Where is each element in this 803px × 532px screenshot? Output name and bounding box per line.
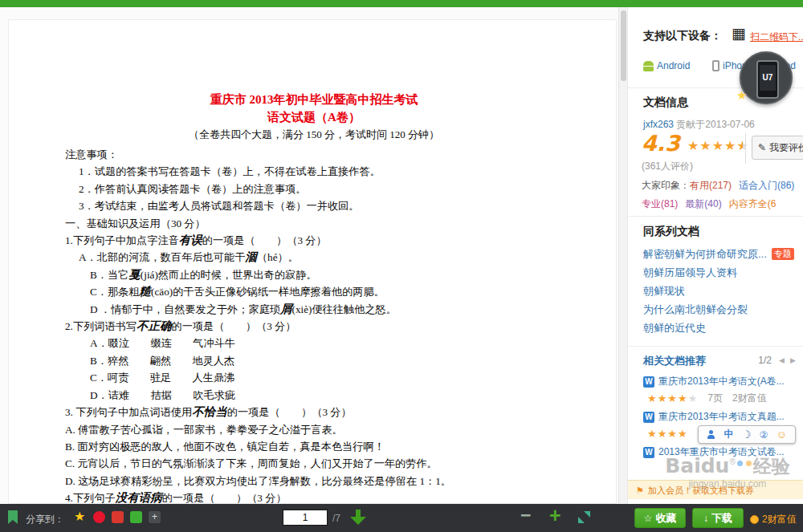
weibo-share-icon[interactable] [93,511,105,523]
top-green-bar [0,0,803,7]
qzone-share-icon[interactable]: ★ [74,510,86,522]
sidebar: 支持以下设备： ▦ 扫二维码下... Android iPhone iPad U… [627,7,803,504]
android-label: Android [657,60,690,71]
series-doc-link[interactable]: 解密朝鲜为何拼命研究原...专题 [643,245,801,263]
impression-tag[interactable]: 有用(217) [690,180,732,191]
series-doc-link[interactable]: 朝鲜现状 [643,282,801,300]
member-promo-bar[interactable]: ⚑加入会员！获取文档下载券 [628,480,803,499]
favorite-star-icon: ☆ [644,513,653,524]
doc-line: B．猝然 翩然 地灵人杰 [65,352,563,369]
favorite-button[interactable]: ☆ 收藏 [634,508,686,528]
ime-language-toggle[interactable]: 中 [724,428,733,441]
impression-label: 大家印象： [642,180,690,191]
series-doc-link[interactable]: 朝鲜历届领导人资料 [643,263,801,282]
doc-rating-stars: ★★★★ [647,428,688,440]
qq-share-icon[interactable] [112,511,124,523]
ime-number-icon[interactable]: ② [760,429,768,441]
exam-subtitle: （全卷共四个大题，满分 150 分，考试时间 120 分钟） [65,126,563,144]
contributed-date: 贡献于2013-07-06 [674,119,755,130]
doc-line: 3．考试结束，由监考人员将试题和答题卡（卷）一并收回。 [65,197,563,214]
exam-title-line2: 语文试题（A卷） [65,108,563,126]
coin-icon [750,515,759,524]
android-link[interactable]: Android [643,60,690,71]
contributor-link[interactable]: jxfx263 [643,119,674,130]
impression-tag[interactable]: 专业(81) [642,198,678,209]
divider [628,216,803,217]
scan-qr-link[interactable]: 扫二维码下... [750,30,803,44]
doc-line: 1．试题的答案书写在答题卡（卷）上，不得在试卷上直接作答。 [65,163,563,180]
star-icon: ★★★★ [687,139,736,152]
word-doc-icon: W [643,412,654,423]
phone-model-label: U7 [760,65,776,91]
page-number-input[interactable] [283,510,328,526]
related-docs-title: 相关文档推荐 [643,355,706,367]
impression-tag[interactable]: 最新(40) [685,198,721,209]
related-doc-list: W重庆市2013年中考语文(A卷...★★★★★7页2财富值W重庆市2013年中… [643,373,802,463]
download-button[interactable]: ↓ 下载 [692,508,744,528]
word-doc-icon: W [643,447,654,458]
wechat-share-icon[interactable] [130,511,142,523]
download-arrow-icon: ↓ [703,513,708,524]
viewer-scrollbar[interactable] [618,7,627,504]
android-icon [643,61,654,71]
doc-line: C．那条粗糙(cāo)的干舌头正像砂锅纸一样地摩擦着他的两腮。 [65,283,563,300]
zoom-in-button[interactable]: + [549,504,561,527]
pager-next-icon[interactable]: ▶ [790,356,796,364]
bookmark-icon[interactable] [8,510,18,524]
contributor-line: jxfx263 贡献于2013-07-06 [643,118,755,132]
doc-pages: 7页 [707,392,723,405]
ime-emoji-icon[interactable]: ☺ [777,428,787,441]
related-doc-item: W重庆市2013年中考语文(A卷...★★★★★7页2财富值 [643,373,802,406]
fullscreen-button[interactable] [578,511,590,523]
phone-promo-overlay[interactable]: U7 ★ [740,51,793,104]
doc-line: C．呵责 驻足 人生鼎沸 [65,369,563,386]
impression-tag[interactable]: 内容齐全(6 [729,198,777,209]
zoom-out-button[interactable]: − [520,505,531,526]
rating-stars: ★★★★★★ [687,138,749,153]
promo-flag-icon: ⚑ [636,485,644,495]
ime-toolbar[interactable]: 中 ☽ ② ☺ [698,425,796,444]
doc-line: C. 元宵以后，节日的气氛渐渐淡了下来，周而复始，人们又开始了一年的劳作。 [65,455,563,472]
rating-count: (361人评价) [642,160,693,173]
related-doc-link[interactable]: 2013年重庆市中考语文试卷... [658,445,785,459]
more-share-icon[interactable]: + [149,511,161,523]
page-total: /7 [332,513,340,524]
exam-title-line1: 重庆市 2013年初中毕业暨高中招生考试 [65,91,563,108]
doc-line: D. 这场足球赛精彩纷呈，比赛双方均使出了浑身解数，比分最终还是停留在 1：1。 [65,473,563,489]
divider [628,346,803,347]
promo-text: 加入会员！获取文档下载券 [648,485,754,495]
pager-prev-icon[interactable]: ◀ [779,356,785,364]
write-review-button[interactable]: ✎ 我要评价 [752,136,803,160]
scrollbar-thumb[interactable] [621,10,626,81]
doc-line: 2．作答前认真阅读答题卡（卷）上的注意事项。 [65,181,563,197]
ime-account-icon[interactable] [707,430,715,439]
related-doc-link[interactable]: 重庆市2013年中考语文(A卷... [658,375,785,388]
doc-price: 2财富值 [732,392,767,405]
qr-code-icon: ▦ [732,26,746,41]
doc-line: 3. 下列句子中加点词语使用不恰当的一项是（ ）（3 分） [65,404,563,420]
series-doc-list: 解密朝鲜为何拼命研究原...专题朝鲜历届领导人资料朝鲜现状为什么南北朝鲜会分裂朝… [643,245,801,337]
impression-tag[interactable]: 适合入门(86) [739,180,794,191]
series-docs-title: 同系列文档 [643,225,699,239]
series-doc-link[interactable]: 为什么南北朝鲜会分裂 [643,300,801,319]
download-label: 下载 [711,511,732,526]
word-doc-icon: W [643,376,654,388]
iphone-icon [712,60,719,71]
ime-width-toggle-icon[interactable]: ☽ [742,428,752,441]
favorite-label: 收藏 [655,511,676,526]
next-page-button[interactable] [350,509,366,526]
phone-icon: U7 [756,60,779,99]
doc-line: 一、基础知识及运用（30 分） [65,215,563,232]
related-pager: 1/2 [758,355,772,366]
exam-body: 注意事项：1．试题的答案书写在答题卡（卷）上，不得在试卷上直接作答。2．作答前认… [65,146,563,504]
series-doc-link[interactable]: 朝鲜的近代史 [643,319,801,337]
star-icon: ★ [736,88,747,103]
share-label: 分享到： [26,513,64,526]
doc-line: 4.下列句子没有语病的一项是（ ）（3 分） [65,489,563,504]
doc-line: A．啜泣 缀连 气冲斗牛 [65,335,563,351]
related-doc-link[interactable]: 重庆市2013年中考语文真题... [658,410,785,424]
half-star-icon: ★★ [736,138,748,153]
doc-info-title: 文档信息 [643,95,688,110]
doc-line: D．诘难 拮据 吹毛求疵 [65,387,563,404]
doc-line: B. 面对穷凶极恶的敌人，他面不改色，镇定自若，真是本色当行啊！ [65,438,563,455]
